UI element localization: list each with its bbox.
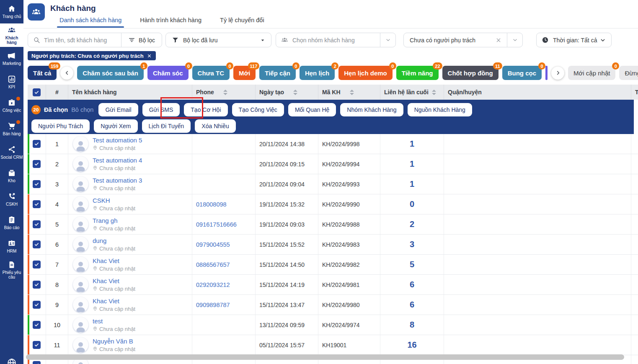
status-tab[interactable]: Mới 117: [233, 66, 256, 80]
status-tab[interactable]: Tiếp cận 0: [259, 66, 296, 80]
page-tab[interactable]: Danh sách khách hàng: [59, 17, 121, 28]
toolbar-button[interactable]: Gửi Email: [98, 103, 138, 116]
table-row[interactable]: 9 Khac Viet Chưa cập nhật 0909898787 15/…: [28, 295, 638, 315]
sort-icon[interactable]: [293, 90, 297, 95]
status-tab[interactable]: Bung cọc 0: [502, 66, 542, 80]
table-row[interactable]: 11 Nguyễn Văn B Chưa cập nhật 05/11/2024…: [28, 335, 638, 355]
toolbar-button[interactable]: Người Phụ Trách: [31, 119, 90, 133]
toolbar-button[interactable]: Lịch Đi Tuyến: [142, 119, 191, 133]
row-checkbox[interactable]: [33, 301, 41, 309]
column-header-last-contact[interactable]: Liên hệ lần cuối: [380, 85, 444, 100]
clear-icon[interactable]: [495, 37, 502, 44]
table-row[interactable]: 2 Test automation 4 Chưa cập nhật 20/11/…: [28, 154, 638, 174]
sidebar-item[interactable]: Bán hàng: [0, 117, 23, 141]
row-checkbox[interactable]: [33, 220, 41, 228]
column-header-name[interactable]: Tên khách hàng: [68, 85, 192, 100]
customer-phone[interactable]: 0979004555: [192, 235, 256, 254]
customer-name[interactable]: Khac Viet: [93, 257, 135, 264]
row-checkbox[interactable]: [33, 160, 41, 168]
horizontal-scrollbar[interactable]: [26, 354, 624, 360]
assignee-filter-select[interactable]: Chưa có người phụ trách: [403, 33, 523, 47]
toolbar-button[interactable]: Người Xem: [94, 119, 137, 133]
customer-phone[interactable]: [192, 134, 256, 154]
filter-button[interactable]: Bộ lọc: [121, 33, 162, 47]
active-filter-chip[interactable]: Người phụ trách: Chưa có người phụ trách: [28, 51, 156, 60]
scroll-left-button[interactable]: [60, 67, 73, 80]
table-row[interactable]: 5 Trang gh Chưa cập nhật 091617516666 19…: [28, 214, 638, 235]
toolbar-button[interactable]: Tạo Công Việc: [232, 103, 284, 116]
sidebar-item[interactable]: Khách hàng: [0, 23, 23, 47]
customer-phone[interactable]: 0886567657: [192, 255, 256, 274]
page-tab[interactable]: Tỷ lệ chuyển đổi: [220, 17, 264, 28]
status-tab[interactable]: Chốt hợp đồng 11: [442, 66, 499, 80]
toolbar-button[interactable]: Gửi SMS: [142, 103, 180, 116]
customer-name[interactable]: Test automation 3: [93, 177, 142, 184]
customer-phone[interactable]: 018008098: [192, 194, 256, 214]
row-checkbox[interactable]: [33, 261, 41, 268]
clipped-status-tab[interactable]: [545, 66, 548, 80]
status-tab[interactable]: Đừng quên 147: [619, 66, 638, 80]
customer-group-select[interactable]: Chọn nhóm khách hàng: [276, 33, 396, 47]
status-tab[interactable]: Hẹn lịch 2: [300, 66, 335, 80]
column-header-district[interactable]: Quận/huyện: [444, 85, 631, 100]
sort-icon[interactable]: [350, 90, 354, 95]
customer-name[interactable]: Test automation 5: [93, 137, 142, 144]
toolbar-button[interactable]: Mối Quan Hệ: [288, 103, 336, 116]
customer-name[interactable]: dung: [93, 237, 135, 244]
sidebar-item[interactable]: KPI: [0, 70, 23, 94]
sidebar-item[interactable]: Công việc: [0, 94, 23, 117]
sidebar-item[interactable]: CSKH: [0, 188, 23, 211]
sidebar-item[interactable]: Báo cáo: [0, 211, 23, 235]
sidebar-item[interactable]: Kho: [0, 164, 23, 188]
customer-name[interactable]: test: [93, 318, 135, 325]
customer-name[interactable]: Test automation 4: [93, 157, 142, 164]
column-header-created[interactable]: Ngày tạo: [256, 85, 318, 100]
customer-phone[interactable]: 0292093212: [192, 275, 256, 294]
customer-name[interactable]: Nguyễn Văn B: [93, 338, 135, 345]
row-checkbox[interactable]: [33, 281, 41, 289]
deselect-button[interactable]: Bỏ chọn: [71, 106, 93, 113]
sort-icon[interactable]: [223, 90, 227, 95]
table-row[interactable]: 7 Khac Viet Chưa cập nhật 0886567657 15/…: [28, 255, 638, 275]
column-header-phone[interactable]: Phone: [192, 85, 256, 100]
table-row[interactable]: 10 test Chưa cập nhật 13/11/2024 09:59 K…: [28, 315, 638, 335]
row-checkbox[interactable]: [33, 361, 41, 364]
status-tab[interactable]: Mới cập nhật 0: [568, 66, 615, 80]
table-row[interactable]: 1 Test automation 5 Chưa cập nhật 20/11/…: [28, 134, 638, 154]
globe-icon[interactable]: [7, 358, 17, 364]
sidebar-item[interactable]: Marketing: [0, 47, 23, 70]
customer-name[interactable]: CSKH: [93, 197, 135, 204]
time-filter-dropdown[interactable]: Thời gian: Tất cả: [536, 33, 612, 47]
toolbar-button[interactable]: Xóa Nhiều: [195, 119, 235, 133]
row-checkbox[interactable]: [33, 140, 41, 148]
scroll-right-button[interactable]: [551, 67, 564, 80]
table-row[interactable]: 4 CSKH Chưa cập nhật 018008098 19/11/202…: [28, 194, 638, 214]
table-row[interactable]: 3 Test automation 3 Chưa cập nhật 20/11/…: [28, 174, 638, 194]
status-tab[interactable]: Tiềm năng 22: [396, 66, 439, 80]
remove-filter-icon[interactable]: [147, 53, 152, 59]
column-header-truncated[interactable]: T: [631, 85, 638, 100]
select-all-checkbox[interactable]: [33, 88, 41, 96]
toolbar-button[interactable]: Nguồn Khách Hàng: [408, 103, 472, 116]
table-row[interactable]: 8 Khac Viet Chưa cập nhật 0292093212 15/…: [28, 275, 638, 295]
status-tab[interactable]: Chăm sóc 0: [147, 66, 189, 80]
page-tab[interactable]: Hành trình khách hàng: [140, 17, 201, 28]
status-tab[interactable]: Chăm sóc sau bán 1: [77, 66, 144, 80]
row-checkbox[interactable]: [33, 180, 41, 188]
row-checkbox[interactable]: [33, 240, 41, 248]
customer-phone[interactable]: [192, 174, 256, 194]
customer-phone[interactable]: 091617516666: [192, 214, 256, 234]
column-header-code[interactable]: Mã KH: [318, 85, 380, 100]
customer-name[interactable]: Trang gh: [93, 217, 135, 224]
toolbar-button[interactable]: Nhóm Khách Hàng: [340, 103, 403, 116]
status-tab[interactable]: Hẹn lịch demo 0: [338, 66, 393, 80]
customer-phone[interactable]: [192, 335, 256, 355]
customer-name[interactable]: Khac Viet: [93, 297, 135, 305]
sidebar-item[interactable]: Phiếu yêu cầu: [0, 258, 23, 281]
sort-icon[interactable]: [432, 90, 436, 95]
row-checkbox[interactable]: [33, 321, 41, 329]
customer-phone[interactable]: 0909898787: [192, 295, 256, 315]
sidebar-item[interactable]: HRM: [0, 235, 23, 258]
row-checkbox[interactable]: [33, 200, 41, 208]
status-tab-all[interactable]: Tất cả 159: [28, 66, 57, 80]
